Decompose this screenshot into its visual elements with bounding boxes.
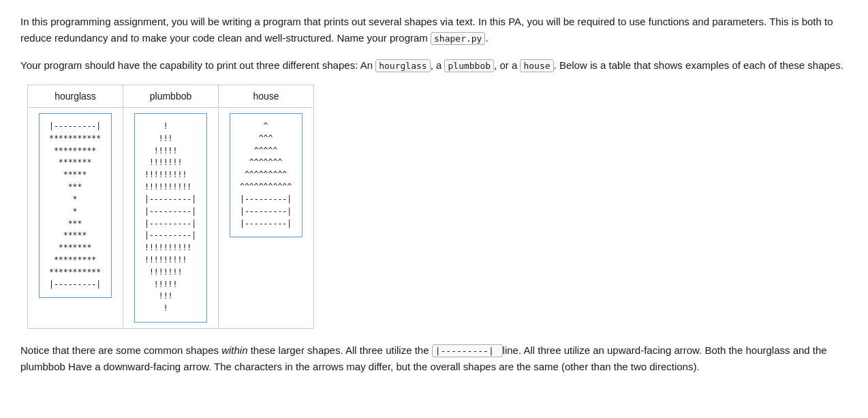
notice-paragraph: Notice that there are some common shapes… (20, 342, 848, 375)
shape2-code: plumbbob (444, 59, 494, 72)
hourglass-cell: |---------| *********** ********* ******… (28, 108, 123, 329)
separator-code: |---------| (432, 344, 503, 357)
notice-text-mid: these larger shapes. All three utilize t… (248, 344, 432, 356)
sep1: , a (431, 59, 445, 71)
intro-text2-end: . Below is a table that shows examples o… (554, 59, 843, 71)
col-header-hourglass: hourglass (28, 85, 123, 108)
shape1-code: hourglass (375, 59, 430, 72)
intro-text1-end: . (485, 32, 488, 44)
plumbbob-cell: ! !!! !!!!! !!!!!!! !!!!!!!!! !!!!!!!!!!… (123, 108, 219, 329)
intro-paragraph1: In this programming assignment, you will… (20, 14, 848, 46)
plumbbob-shape-box: ! !!! !!!!! !!!!!!! !!!!!!!!! !!!!!!!!!!… (134, 113, 207, 323)
sep2: , or a (494, 59, 520, 71)
filename-code: shaper.py (431, 32, 485, 45)
house-cell: ^ ^^^ ^^^^^ ^^^^^^^ ^^^^^^^^^ ^^^^^^^^^^… (219, 108, 314, 329)
intro-text1: In this programming assignment, you will… (20, 16, 833, 44)
hourglass-shape-box: |---------| *********** ********* ******… (39, 113, 112, 298)
notice-text-start: Notice that there are some common shapes (20, 344, 221, 356)
col-header-plumbbob: plumbbob (123, 85, 219, 108)
shapes-table: hourglass plumbbob house |---------| ***… (27, 85, 314, 329)
shape3-code: house (520, 59, 553, 72)
intro-paragraph2: Your program should have the capability … (20, 57, 848, 74)
col-header-house: house (219, 85, 314, 108)
notice-within: within (221, 344, 247, 356)
house-shape-box: ^ ^^^ ^^^^^ ^^^^^^^ ^^^^^^^^^ ^^^^^^^^^^… (230, 113, 303, 237)
intro-text2-start: Your program should have the capability … (20, 59, 375, 71)
